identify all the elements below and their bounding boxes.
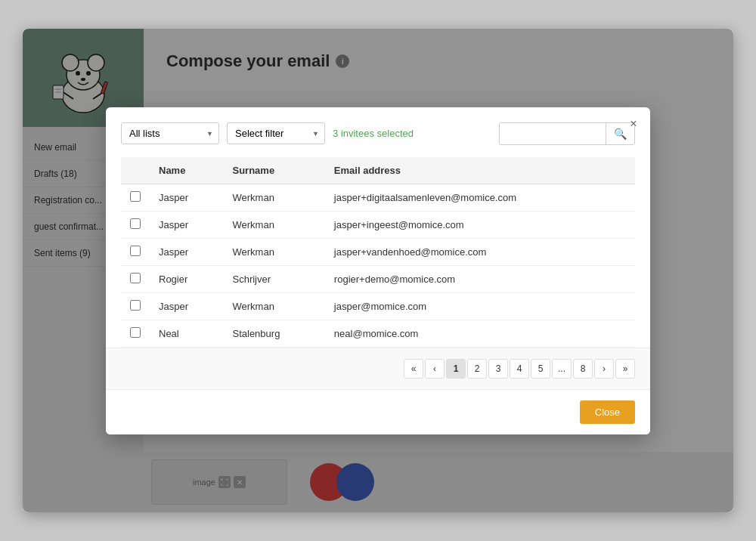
- row-name-0: Jasper: [150, 184, 223, 211]
- table-header-checkbox: [121, 157, 150, 184]
- row-name-5: Neal: [150, 320, 223, 347]
- row-checkbox-5[interactable]: [130, 327, 141, 338]
- table-header-surname: Surname: [223, 157, 324, 184]
- table-header-row: Name Surname Email address: [121, 157, 635, 184]
- row-name-3: Rogier: [150, 265, 223, 292]
- row-email-0: jasper+digitaalsamenleven@momice.com: [325, 184, 635, 211]
- invitees-table: Name Surname Email address Jasper Werkma…: [121, 157, 635, 348]
- table-row: Jasper Werkman jasper+ingeest@momice.com: [121, 211, 635, 238]
- pagination-page-4[interactable]: 4: [510, 359, 529, 379]
- search-icon: 🔍: [614, 128, 627, 140]
- table-row: Neal Stalenburg neal@momice.com: [121, 320, 635, 347]
- search-box: 🔍: [499, 122, 635, 145]
- table-body: Jasper Werkman jasper+digitaalsamenleven…: [121, 184, 635, 347]
- close-button[interactable]: Close: [580, 400, 635, 424]
- modal-dialog: × All lists Select filter 3 invitees: [106, 107, 650, 434]
- modal-close-button[interactable]: ×: [626, 116, 641, 131]
- pagination-page-5[interactable]: 5: [531, 359, 550, 379]
- row-checkbox-cell-5: [121, 320, 150, 347]
- invitees-count: 3 invitees selected: [333, 128, 491, 139]
- row-checkbox-0[interactable]: [130, 191, 141, 202]
- modal-footer: Close: [106, 389, 650, 434]
- pagination-ellipsis: ...: [552, 359, 572, 379]
- table-row: Rogier Schrijver rogier+demo@momice.com: [121, 265, 635, 292]
- row-checkbox-3[interactable]: [130, 273, 141, 283]
- row-checkbox-cell-2: [121, 238, 150, 265]
- row-checkbox-1[interactable]: [130, 218, 141, 229]
- row-surname-1: Werkman: [223, 211, 324, 238]
- row-email-3: rogier+demo@momice.com: [325, 265, 635, 292]
- pagination-first[interactable]: «: [404, 359, 423, 379]
- list-filter-wrapper: All lists: [121, 122, 219, 144]
- row-checkbox-cell-4: [121, 292, 150, 320]
- row-email-4: jasper@momice.com: [325, 292, 635, 320]
- pagination: « ‹ 1 2 3 4 5 ... 8 › »: [404, 359, 635, 379]
- row-name-2: Jasper: [150, 238, 223, 265]
- row-checkbox-2[interactable]: [130, 246, 141, 256]
- row-email-5: neal@momice.com: [325, 320, 635, 347]
- pagination-next[interactable]: ›: [594, 359, 614, 379]
- row-email-2: jasper+vandenhoed@momice.com: [325, 238, 635, 265]
- filter-select[interactable]: Select filter: [227, 122, 325, 144]
- table-header-name: Name: [150, 157, 223, 184]
- table-row: Jasper Werkman jasper@momice.com: [121, 292, 635, 320]
- row-surname-0: Werkman: [223, 184, 324, 211]
- pagination-page-2[interactable]: 2: [467, 359, 487, 379]
- row-name-1: Jasper: [150, 211, 223, 238]
- filter-bar: All lists Select filter 3 invitees selec…: [121, 122, 635, 145]
- pagination-page-3[interactable]: 3: [488, 359, 508, 379]
- table-row: Jasper Werkman jasper+digitaalsamenleven…: [121, 184, 635, 211]
- table-row: Jasper Werkman jasper+vandenhoed@momice.…: [121, 238, 635, 265]
- row-checkbox-cell-0: [121, 184, 150, 211]
- pagination-last[interactable]: »: [615, 359, 635, 379]
- row-surname-4: Werkman: [223, 292, 324, 320]
- row-surname-2: Werkman: [223, 238, 324, 265]
- modal-overlay: × All lists Select filter 3 invitees: [23, 29, 733, 512]
- row-checkbox-cell-1: [121, 211, 150, 238]
- row-name-4: Jasper: [150, 292, 223, 320]
- list-filter-select[interactable]: All lists: [121, 122, 219, 144]
- pagination-page-8[interactable]: 8: [573, 359, 593, 379]
- row-email-1: jasper+ingeest@momice.com: [325, 211, 635, 238]
- pagination-page-1[interactable]: 1: [446, 359, 466, 379]
- search-input[interactable]: [500, 123, 606, 144]
- row-checkbox-cell-3: [121, 265, 150, 292]
- pagination-area: « ‹ 1 2 3 4 5 ... 8 › »: [106, 348, 650, 389]
- filter-select-wrapper: Select filter: [227, 122, 325, 144]
- row-surname-3: Schrijver: [223, 265, 324, 292]
- modal-body: All lists Select filter 3 invitees selec…: [106, 107, 650, 348]
- table-header-email: Email address: [325, 157, 635, 184]
- pagination-prev[interactable]: ‹: [425, 359, 445, 379]
- row-surname-5: Stalenburg: [223, 320, 324, 347]
- row-checkbox-4[interactable]: [130, 300, 141, 311]
